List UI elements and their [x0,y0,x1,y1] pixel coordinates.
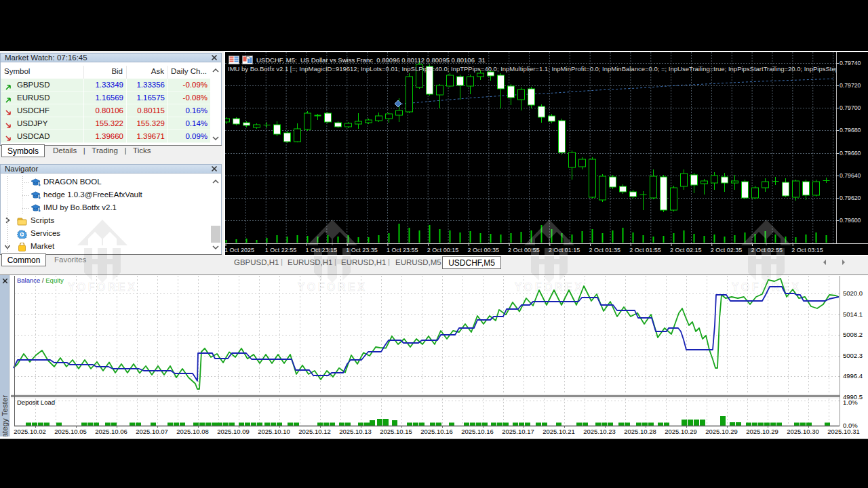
svg-text:2 Oct 02:15: 2 Oct 02:15 [670,247,702,253]
svg-text:2025.10.31: 2025.10.31 [827,428,860,435]
svg-text:2025.10.13: 2025.10.13 [339,428,372,435]
svg-text:2025.10.09: 2025.10.09 [217,428,250,435]
svg-text:2025.10.12: 2025.10.12 [298,428,331,435]
svg-text:2025.10.16: 2025.10.16 [461,428,494,435]
svg-text:1 Oct 2025: 1 Oct 2025 [225,247,254,253]
svg-text:0.79740: 0.79740 [840,60,861,66]
svg-text:2025.10.23: 2025.10.23 [583,428,616,435]
svg-text:2025.10.17: 2025.10.17 [502,428,534,435]
svg-text:Balance / Equity: Balance / Equity [17,277,64,284]
svg-text:2 Oct 01:55: 2 Oct 01:55 [629,247,661,253]
svg-text:0.79620: 0.79620 [840,195,861,201]
svg-text:5014.1: 5014.1 [843,310,863,318]
svg-text:2025.10.06: 2025.10.06 [95,428,127,435]
svg-text:2025.10.07: 2025.10.07 [136,428,168,435]
svg-text:2 Oct 02:35: 2 Oct 02:35 [711,247,743,253]
svg-text:2025.10.29: 2025.10.29 [705,428,738,435]
svg-text:0.79700: 0.79700 [840,104,861,111]
svg-text:2 Oct 00:15: 2 Oct 00:15 [427,247,459,253]
svg-text:2025.10.16: 2025.10.16 [420,428,453,435]
svg-text:5002.3: 5002.3 [843,352,863,359]
svg-text:2025.10.08: 2025.10.08 [176,428,209,435]
svg-text:0.79720: 0.79720 [840,82,861,89]
svg-text:4996.4: 4996.4 [843,372,863,380]
svg-text:2025.10.29: 2025.10.29 [665,428,697,435]
svg-text:1 Oct 23:55: 1 Oct 23:55 [387,247,418,253]
svg-text:Deposit Load: Deposit Load [17,399,55,406]
svg-text:1 Oct 23:35: 1 Oct 23:35 [346,247,378,253]
svg-text:2 Oct 03:15: 2 Oct 03:15 [791,247,823,253]
svg-text:2025.10.15: 2025.10.15 [380,428,412,435]
svg-text:2025.10.30: 2025.10.30 [787,428,819,435]
svg-text:1.0%: 1.0% [843,399,858,406]
svg-text:YOFOREX: YOFOREX [298,281,368,293]
svg-text:2025.10.28: 2025.10.28 [624,428,656,435]
svg-text:YOFOREX: YOFOREX [68,281,138,293]
svg-text:2 Oct 00:35: 2 Oct 00:35 [467,247,499,253]
svg-text:2025.10.02: 2025.10.02 [14,428,46,435]
svg-text:0.79600: 0.79600 [840,217,861,224]
svg-text:YOFOREX: YOFOREX [515,281,585,293]
svg-text:2 Oct 01:35: 2 Oct 01:35 [589,247,621,253]
svg-text:5020.0: 5020.0 [843,289,863,297]
svg-text:0.79660: 0.79660 [840,150,861,157]
svg-text:2025.10.21: 2025.10.21 [542,428,575,435]
svg-text:2025.10.10: 2025.10.10 [258,428,290,435]
svg-text:2025.10.29: 2025.10.29 [746,428,778,435]
svg-text:0.79640: 0.79640 [840,172,861,179]
svg-text:1 Oct 22:55: 1 Oct 22:55 [265,247,297,253]
svg-text:5008.2: 5008.2 [843,331,863,338]
svg-text:0.79680: 0.79680 [840,127,861,134]
svg-text:2025.10.05: 2025.10.05 [54,428,87,435]
